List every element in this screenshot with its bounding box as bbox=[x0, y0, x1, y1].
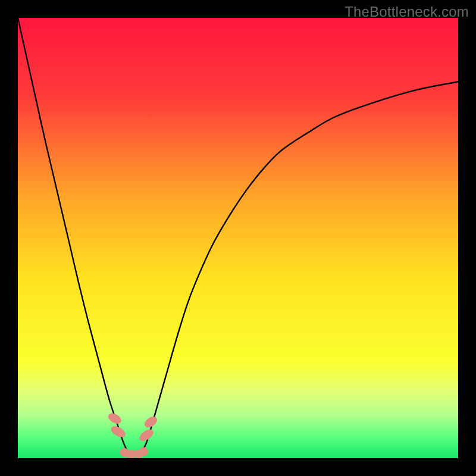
chart-frame: TheBottleneck.com bbox=[0, 0, 476, 476]
plot-area bbox=[18, 18, 458, 458]
chart-svg bbox=[18, 18, 458, 458]
bottleneck-gradient-background bbox=[18, 18, 458, 458]
curve-marker bbox=[139, 447, 148, 456]
